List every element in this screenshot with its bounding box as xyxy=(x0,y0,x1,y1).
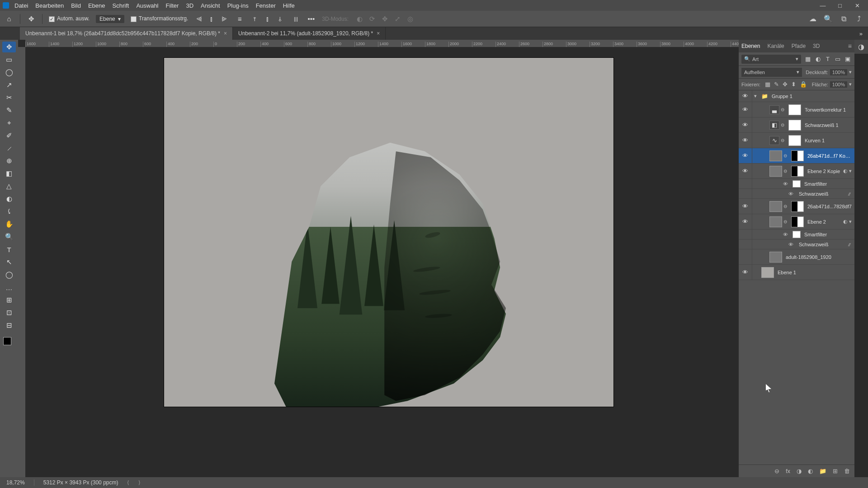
tool-21[interactable]: ⊡ xyxy=(2,307,16,318)
panel-footer-4-icon[interactable]: 📁 xyxy=(819,468,826,474)
align-0-icon[interactable]: ⫷ xyxy=(194,14,203,23)
lock-4-icon[interactable]: 🔒 xyxy=(800,81,807,88)
menu-plug-ins[interactable]: Plug-ins xyxy=(227,2,249,9)
tool-16[interactable]: T xyxy=(2,244,16,255)
panel-footer-0-icon[interactable]: ⊖ xyxy=(774,468,779,474)
tool-12[interactable]: ◐ xyxy=(2,193,16,204)
layer-group-row[interactable]: 👁 ▾ 📁 Gruppe 1 xyxy=(739,90,854,102)
layer-filter-2-icon[interactable]: T xyxy=(824,55,832,63)
align-2-icon[interactable]: ⫸ xyxy=(220,14,229,23)
visibility-toggle[interactable]: 👁 xyxy=(739,117,752,132)
zoom-value[interactable]: 18,72% xyxy=(6,479,25,486)
topright-1-icon[interactable]: 🔍 xyxy=(824,14,833,23)
layer-row[interactable]: 👁◧⊖Schwarzweiß 1 xyxy=(739,117,854,133)
tool-10[interactable]: ◧ xyxy=(2,168,16,179)
topright-2-icon[interactable]: ⧉ xyxy=(839,14,848,23)
layer-mask-thumbnail[interactable] xyxy=(791,216,804,227)
lock-2-icon[interactable]: ✥ xyxy=(783,81,788,88)
layer-row[interactable]: 👁Ebene 1 xyxy=(739,265,854,280)
minimize-button[interactable]: — xyxy=(815,1,831,10)
layer-name[interactable]: Kurven 1 xyxy=(805,138,852,143)
align-sep-icon[interactable]: ≡ xyxy=(235,14,244,23)
layer-filter-1-icon[interactable]: ◐ xyxy=(814,55,822,63)
filter-settings-icon[interactable]: ⫽ xyxy=(847,242,852,247)
panel-footer-3-icon[interactable]: ◐ xyxy=(808,468,813,474)
valign-1-icon[interactable]: ⫿ xyxy=(263,14,272,23)
sub-visibility-toggle[interactable]: 👁 xyxy=(788,191,793,197)
tool-18[interactable]: ◯ xyxy=(2,269,16,280)
layer-thumbnail[interactable] xyxy=(769,166,782,177)
panel-menu-icon[interactable]: ≡ xyxy=(848,42,852,50)
sub-visibility-toggle[interactable]: 👁 xyxy=(788,242,793,247)
close-button[interactable]: ✕ xyxy=(849,1,865,10)
tool-8[interactable]: ⟋ xyxy=(2,143,16,154)
layer-mask-thumbnail[interactable] xyxy=(793,231,801,238)
link-icon[interactable]: ⊖ xyxy=(781,107,784,112)
lock-3-icon[interactable]: ⬍ xyxy=(791,81,796,88)
valign-0-icon[interactable]: ⫯ xyxy=(250,14,259,23)
topright-3-icon[interactable]: ⤴ xyxy=(854,14,863,23)
opacity-value[interactable]: 100% xyxy=(830,69,847,75)
layer-filter-0-icon[interactable]: ▦ xyxy=(804,55,812,63)
menu-filter[interactable]: Filter xyxy=(166,2,179,9)
tool-13[interactable]: ⤹ xyxy=(2,206,16,217)
maximize-button[interactable]: □ xyxy=(832,1,848,10)
link-icon[interactable]: ⊖ xyxy=(783,204,787,209)
menu-fenster[interactable]: Fenster xyxy=(256,2,276,9)
link-icon[interactable]: ⊖ xyxy=(781,122,784,127)
layer-name[interactable]: Tonwertkorrektur 1 xyxy=(805,107,852,113)
tool-19[interactable]: … xyxy=(2,282,16,293)
visibility-toggle[interactable] xyxy=(739,230,752,239)
document-tab[interactable]: Unbenannt-1 bei 18,7% (26ab471dd8dc52b95… xyxy=(20,27,233,40)
layer-name[interactable]: adult-1852908_1920 xyxy=(786,254,852,260)
tool-20[interactable]: ⊞ xyxy=(2,295,16,305)
tab-close-icon[interactable]: × xyxy=(224,30,227,37)
visibility-toggle[interactable]: 👁 xyxy=(739,148,752,163)
tool-5[interactable]: ✎ xyxy=(2,105,16,116)
visibility-toggle[interactable]: 👁 xyxy=(739,265,752,280)
panel-tab-pfade[interactable]: Pfade xyxy=(792,43,806,49)
layer-thumbnail[interactable] xyxy=(769,201,782,212)
menu-schrift[interactable]: Schrift xyxy=(113,2,129,9)
panel-tab-ebenen[interactable]: Ebenen xyxy=(741,43,760,49)
layer-filter-dropdown[interactable]: 🔍 Art ▾ xyxy=(741,55,801,64)
layer-row[interactable]: 👁Schwarzweiß⫽ xyxy=(739,189,854,199)
smart-object-icon[interactable]: ◐ ▾ xyxy=(843,219,852,225)
lock-1-icon[interactable]: ✎ xyxy=(774,81,779,88)
align-1-icon[interactable]: ⫿ xyxy=(207,14,216,23)
menu-ansicht[interactable]: Ansicht xyxy=(201,2,220,9)
layer-name[interactable]: Ebene 2 xyxy=(807,219,841,225)
tool-22[interactable]: ⊟ xyxy=(2,320,16,331)
layer-name[interactable]: Ebene 1 xyxy=(778,270,852,275)
distribute-icon[interactable]: ⫼ xyxy=(291,14,300,23)
layer-row[interactable]: 👁⊖Ebene 2 Kopie◐ ▾ xyxy=(739,164,854,179)
menu-3d[interactable]: 3D xyxy=(186,2,193,9)
home-icon[interactable]: ⌂ xyxy=(5,14,14,23)
tabs-overflow-icon[interactable]: » xyxy=(854,30,868,37)
filter-settings-icon[interactable]: ⫽ xyxy=(847,191,852,197)
menu-hilfe[interactable]: Hilfe xyxy=(283,2,295,9)
panel-tab-3d[interactable]: 3D xyxy=(813,43,820,49)
lock-0-icon[interactable]: ▦ xyxy=(765,81,770,88)
layer-mask-thumbnail[interactable] xyxy=(791,166,804,177)
link-icon[interactable]: ⊖ xyxy=(783,219,787,224)
tool-3[interactable]: ↗ xyxy=(2,80,16,90)
link-icon[interactable]: ⊖ xyxy=(783,153,787,158)
layer-name[interactable]: Smartfilter xyxy=(804,181,852,187)
panel-footer-1-icon[interactable]: fx xyxy=(786,468,790,474)
tool-1[interactable]: ▭ xyxy=(2,54,16,65)
tool-2[interactable]: ◯ xyxy=(2,67,16,78)
layer-row[interactable]: 👁⊖26ab471d...f7 Kopie xyxy=(739,148,854,164)
layer-mask-thumbnail[interactable] xyxy=(791,150,804,161)
sub-visibility-toggle[interactable]: 👁 xyxy=(783,181,788,187)
tool-15[interactable]: 🔍 xyxy=(2,231,16,242)
layer-thumbnail[interactable] xyxy=(761,267,774,278)
document-tab[interactable]: Unbenannt-2 bei 11,7% (adult-1852908_192… xyxy=(233,27,386,40)
panel-footer-6-icon[interactable]: 🗑 xyxy=(844,468,850,474)
visibility-toggle[interactable] xyxy=(739,189,752,198)
visibility-toggle[interactable]: 👁 xyxy=(739,90,752,102)
menu-ebene[interactable]: Ebene xyxy=(88,2,105,9)
doc-info[interactable]: 5312 Px × 3943 Px (300 ppcm) xyxy=(43,479,118,486)
tool-0[interactable]: ✥ xyxy=(2,42,16,52)
tool-preset-icon[interactable]: ✥ xyxy=(27,14,36,23)
